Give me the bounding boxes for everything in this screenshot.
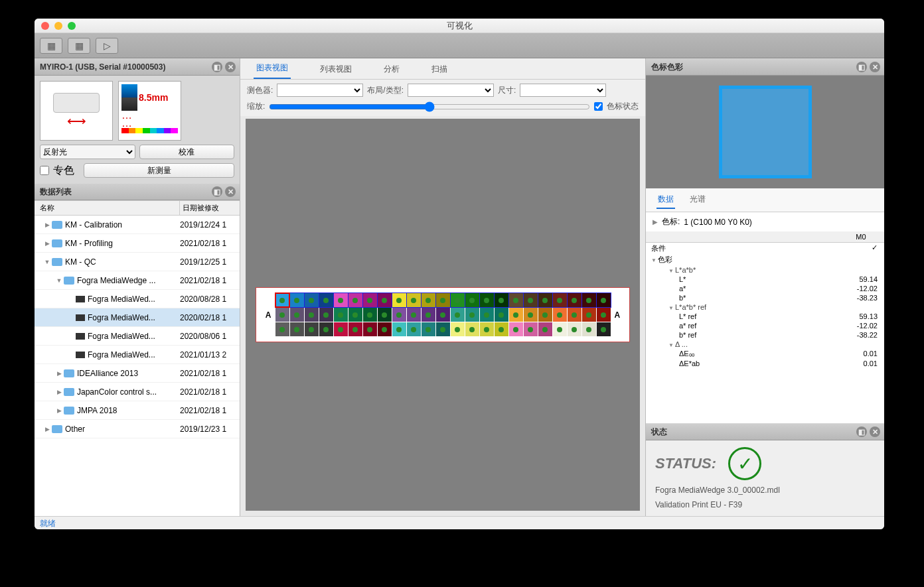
color-patch[interactable] (422, 308, 435, 322)
panel-expand-icon[interactable]: ◧ (212, 186, 222, 197)
color-patch[interactable] (538, 293, 552, 307)
disclosure-icon[interactable]: ▶ (54, 389, 64, 395)
color-patch[interactable] (553, 293, 567, 307)
color-patch[interactable] (319, 293, 333, 307)
color-patch[interactable] (582, 308, 596, 322)
toolbar-btn-1[interactable]: ▦ (40, 38, 62, 54)
color-patch[interactable] (363, 322, 377, 336)
color-patch[interactable] (378, 308, 392, 322)
panel-expand-icon[interactable]: ◧ (856, 62, 867, 72)
calibrate-button[interactable]: 校准 (139, 145, 235, 159)
spot-checkbox[interactable] (40, 166, 49, 175)
tab-0[interactable]: 图表视图 (254, 58, 291, 79)
color-patch[interactable] (582, 322, 596, 336)
color-patch[interactable] (568, 322, 581, 336)
tree-row[interactable]: ▶ Other 2019/12/23 1 (35, 420, 240, 438)
color-patch[interactable] (275, 293, 289, 307)
color-patch[interactable] (275, 308, 289, 322)
color-patch[interactable] (568, 293, 581, 307)
tree-row[interactable]: ▶ JMPA 2018 2021/02/18 1 (35, 401, 240, 420)
color-patch[interactable] (334, 293, 348, 307)
color-patch[interactable] (524, 293, 538, 307)
color-patch[interactable] (495, 293, 508, 307)
mode-select[interactable]: 反射光 (40, 145, 135, 159)
color-patch[interactable] (392, 293, 406, 307)
color-patch[interactable] (509, 308, 523, 322)
color-patch[interactable] (348, 293, 362, 307)
color-patch[interactable] (553, 308, 567, 322)
color-patch[interactable] (407, 308, 421, 322)
disclosure-icon[interactable]: ▶ (42, 426, 52, 432)
tree-row[interactable]: ▼ Fogra MediaWedge ... 2021/02/18 1 (35, 271, 240, 290)
disclosure-icon[interactable]: ▶ (42, 222, 52, 228)
color-patch[interactable] (568, 308, 581, 322)
zoom-slider[interactable] (269, 101, 590, 112)
panel-close-icon[interactable]: ✕ (225, 62, 236, 72)
color-patch[interactable] (480, 293, 494, 307)
color-patch[interactable] (348, 322, 362, 336)
color-patch[interactable] (480, 322, 494, 336)
tree-row[interactable]: Fogra MediaWed... 2021/01/13 2 (35, 346, 240, 364)
panel-expand-icon[interactable]: ◧ (212, 62, 222, 72)
disclosure-icon[interactable]: ▶ (54, 407, 64, 414)
color-patch[interactable] (597, 322, 611, 336)
color-patch[interactable] (582, 293, 596, 307)
panel-close-icon[interactable]: ✕ (225, 186, 236, 197)
color-patch[interactable] (378, 293, 392, 307)
tab-3[interactable]: 扫描 (429, 60, 450, 79)
color-patch[interactable] (436, 322, 450, 336)
disclosure-icon[interactable]: ▼ (54, 277, 64, 284)
color-patch[interactable] (451, 293, 465, 307)
color-patch[interactable] (597, 308, 611, 322)
size-select[interactable] (520, 84, 606, 97)
tree-row[interactable]: ▶ IDEAlliance 2013 2021/02/18 1 (35, 364, 240, 383)
status-checkbox[interactable] (594, 102, 603, 111)
color-patch[interactable] (305, 322, 319, 336)
layout-select[interactable] (408, 84, 494, 97)
subtab-1[interactable]: 光谱 (688, 191, 707, 209)
color-patch[interactable] (436, 293, 450, 307)
color-patch[interactable] (524, 308, 538, 322)
color-patch[interactable] (465, 308, 479, 322)
color-patch[interactable] (509, 293, 523, 307)
subtab-0[interactable]: 数据 (656, 191, 675, 209)
panel-expand-icon[interactable]: ◧ (856, 426, 867, 437)
color-patch[interactable] (407, 293, 421, 307)
color-patch[interactable] (378, 322, 392, 336)
color-patch[interactable] (465, 293, 479, 307)
panel-close-icon[interactable]: ✕ (870, 426, 880, 437)
color-patch[interactable] (436, 308, 450, 322)
color-patch[interactable] (465, 322, 479, 336)
col-date-header[interactable]: 日期被修改 (180, 201, 240, 215)
color-patch[interactable] (319, 308, 333, 322)
color-patch[interactable] (305, 293, 319, 307)
new-measure-button[interactable]: 新测量 (84, 163, 234, 178)
color-patch[interactable] (290, 322, 304, 336)
tree-row[interactable]: ▼ KM - QC 2019/12/25 1 (35, 253, 240, 271)
color-patch[interactable] (334, 308, 348, 322)
color-patch[interactable] (290, 293, 304, 307)
disclosure-icon[interactable]: ▶ (54, 370, 64, 377)
color-patch[interactable] (538, 308, 552, 322)
tab-2[interactable]: 分析 (381, 60, 402, 79)
tab-1[interactable]: 列表视图 (317, 60, 354, 79)
color-patch[interactable] (495, 308, 508, 322)
instrument-select[interactable] (277, 84, 363, 97)
panel-close-icon[interactable]: ✕ (870, 62, 880, 72)
color-patch[interactable] (422, 322, 435, 336)
disclosure-icon[interactable]: ▶ (653, 218, 658, 226)
color-patch[interactable] (319, 322, 333, 336)
tree-row[interactable]: Fogra MediaWed... 2020/08/28 1 (35, 290, 240, 308)
col-name-header[interactable]: 名称 (35, 201, 180, 215)
color-patch[interactable] (597, 293, 611, 307)
disclosure-icon[interactable]: ▼ (42, 259, 52, 265)
color-patch[interactable] (553, 322, 567, 336)
tree-row[interactable]: Fogra MediaWed... 2020/08/06 1 (35, 327, 240, 346)
toolbar-btn-3[interactable]: ▷ (96, 38, 118, 54)
color-patch[interactable] (275, 322, 289, 336)
tree-row[interactable]: ▶ KM - Profiling 2021/02/18 1 (35, 234, 240, 253)
color-patch[interactable] (480, 308, 494, 322)
color-patch[interactable] (363, 293, 377, 307)
color-patch[interactable] (451, 308, 465, 322)
color-patch[interactable] (348, 308, 362, 322)
